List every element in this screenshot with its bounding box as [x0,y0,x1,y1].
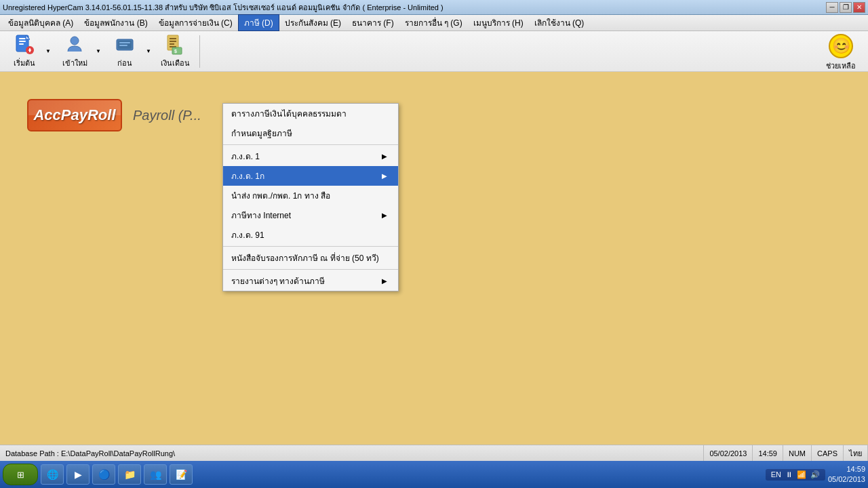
start-icon: ⊞ [17,470,24,480]
status-time: 14:59 [753,445,783,461]
taskbar-explorer[interactable]: 📁 [118,464,141,485]
pnd1k-arrow: ▶ [382,172,387,180]
svg-rect-7 [29,48,31,52]
help-button[interactable]: 😊 ช่วยเหลือ [819,34,863,72]
svg-rect-2 [19,41,26,42]
internet-arrow: ▶ [382,211,387,219]
menu-tax[interactable]: ภาษี (D) [238,14,279,31]
slip-icon: $ [164,34,186,56]
signal-icon: 📶 [797,470,806,479]
dropdown-menu: ตารางภาษีเงินได้บุคคลธรรมมดา กำหนดมูลฐิย… [222,103,399,291]
lang-indicator: EN [771,470,781,479]
menu-payroll[interactable]: ข้อมูลพนักงาน (B) [79,15,153,30]
new-dropdown-arrow[interactable]: ▼ [43,34,53,69]
menu-bank[interactable]: ธนาคาร (F) [347,15,399,30]
menu-service[interactable]: เมนูบริการ (H) [468,15,529,30]
enter-icon [64,34,85,56]
chrome-icon: 🔵 [98,469,109,480]
close-button[interactable]: ✕ [853,2,865,13]
clock-date: 05/02/2013 [828,474,865,485]
enter-dropdown-arrow[interactable]: ▼ [94,34,103,69]
enter-label: เข้าใหม่ [62,57,87,69]
dd-pnd1k[interactable]: ภ.ง.ด. 1ก ▶ [223,166,398,186]
clock-time: 14:59 [828,464,865,474]
enter-btn-group: เข้าใหม่ ▼ [56,34,103,69]
status-caps: CAPS [812,445,844,461]
dd-threshold[interactable]: กำหนดมูลฐิยภาษี [223,123,398,143]
media-icon: ▶ [73,469,83,480]
payroll-subtitle: Payroll (P... [133,108,201,123]
new-label: เริ่มต้น [14,57,35,69]
taskbar-ie[interactable]: 🌐 [41,464,64,485]
svg-text:$: $ [174,49,177,54]
notes-icon: 📝 [176,469,186,480]
users-icon: 👥 [150,469,161,480]
new-btn-group: เริ่มต้น ▼ [5,34,53,69]
dd-internet[interactable]: ภาษีทาง Internet ▶ [223,205,398,225]
new-icon [14,34,35,56]
taskbar-chrome[interactable]: 🔵 [92,464,115,485]
minimize-button[interactable]: ─ [826,2,838,13]
other-arrow: ▶ [382,277,387,285]
dd-send[interactable]: นำส่ง กพต./กพต. 1ก ทาง สือ [223,186,398,205]
logo-box: AccPayRoll [27,99,122,131]
menu-insurance[interactable]: ประกันสังคม (E) [279,15,347,30]
dd-certificate[interactable]: หนังสือจับรองการหักภาษี ณ ที่จ่าย (50 ทว… [223,248,398,268]
pnd1-arrow: ▶ [382,152,387,160]
logo-area: AccPayRoll Payroll (P... [27,99,201,131]
restore-button[interactable]: ❐ [840,2,852,13]
svg-rect-14 [170,38,176,39]
menu-report[interactable]: รายการอื่น ๆ (G) [399,15,468,30]
media-tray-icon: ⏸ [785,470,793,479]
svg-rect-3 [19,43,24,45]
taskbar-users[interactable]: 👥 [144,464,167,485]
explorer-icon: 📁 [124,469,135,480]
menu-salary[interactable]: ข้อมูลการจ่ายเงิน (C) [153,15,238,30]
menu-bar: ข้อมูลนิติบุคคล (A) ข้อมูลพนักงาน (B) ข้… [0,15,868,31]
system-tray: EN ⏸ 📶 🔊 [766,469,825,481]
prev-button[interactable]: ก่อน [106,34,144,69]
clock-display: 14:59 05/02/2013 [828,464,865,485]
taskbar-right: EN ⏸ 📶 🔊 14:59 05/02/2013 [766,464,865,485]
taskbar-media[interactable]: ▶ [66,464,90,485]
slip-button[interactable]: $ เงินเดือน [156,34,194,69]
help-label: ช่วยเหลือ [826,60,856,72]
svg-point-8 [71,37,79,45]
title-bar: Unregistered HyperCam 3.14.01-56.01.15-1… [0,0,868,15]
ie-icon: 🌐 [47,469,58,480]
menu-quit[interactable]: เลิกใช้งาน (Q) [529,15,590,30]
logo-text: AccPayRoll [33,106,115,124]
prev-dropdown-arrow[interactable]: ▼ [144,34,153,69]
title-buttons: ─ ❐ ✕ [826,2,865,13]
svg-rect-16 [170,43,174,45]
prev-btn-group: ก่อน ▼ [106,34,153,69]
dd-pnd91[interactable]: ภ.ง.ด. 91 [223,225,398,245]
taskbar-notes[interactable]: 📝 [170,464,193,485]
toolbar: เริ่มต้น ▼ เข้าใหม่ ▼ [0,31,868,72]
dd-pnd1[interactable]: ภ.ง.ด. 1 ▶ [223,146,398,166]
status-lang: ไทย [844,445,868,461]
dd-other[interactable]: รายงานต่างๆ ทางด้านภาษี ▶ [223,271,398,291]
svg-rect-15 [170,41,176,42]
title-text: Unregistered HyperCam 3.14.01-56.01.15-1… [3,1,443,14]
status-num: NUM [783,445,812,461]
svg-rect-11 [119,42,130,43]
volume-icon: 🔊 [810,470,820,479]
enter-button[interactable]: เข้าใหม่ [56,34,94,69]
status-path: Database Path : E:\DataPayRoll\DataPayRo… [0,445,704,461]
svg-rect-1 [19,38,26,39]
main-content: AccPayRoll Payroll (P... ตารางภาษีเงินได… [0,72,868,445]
divider-2 [223,246,398,247]
svg-rect-12 [119,45,127,46]
divider-1 [223,144,398,145]
status-bar: Database Path : E:\DataPayRoll\DataPayRo… [0,445,868,461]
start-button[interactable]: ⊞ [3,464,38,485]
divider-3 [223,269,398,270]
toolbar-separator [199,35,200,68]
new-button[interactable]: เริ่มต้น [5,34,43,69]
prev-label: ก่อน [117,57,132,69]
dd-table[interactable]: ตารางภาษีเงินได้บุคคลธรรมมดา [223,104,398,123]
status-date: 05/02/2013 [704,445,753,461]
menu-employee[interactable]: ข้อมูลนิติบุคคล (A) [3,15,79,30]
smiley-icon: 😊 [829,34,853,58]
